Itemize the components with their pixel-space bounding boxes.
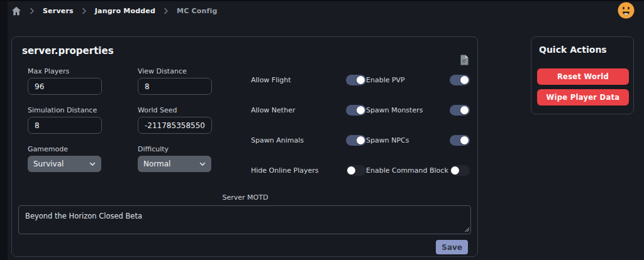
motd-field-wrap: Beyond the Horizon Closed Beta <box>18 205 471 234</box>
file-text-icon[interactable] <box>460 55 469 68</box>
world-seed-input[interactable] <box>138 117 212 134</box>
field-view-distance: View Distance <box>138 67 212 95</box>
quick-actions-title: Quick Actions <box>539 45 607 55</box>
window-edge <box>0 0 8 260</box>
spawn-monsters-toggle[interactable] <box>450 105 470 116</box>
simulation-distance-input[interactable] <box>28 117 102 134</box>
chevron-right-icon <box>82 8 87 14</box>
toggle-allow-nether: Allow Nether <box>251 103 366 117</box>
field-label: Difficulty <box>138 145 212 153</box>
hide-online-players-toggle[interactable] <box>346 165 366 176</box>
chevron-down-icon <box>199 162 206 166</box>
gamemode-select[interactable]: Survival <box>28 156 101 172</box>
field-label: Gamemode <box>28 145 102 153</box>
breadcrumb-server-name[interactable]: Jangro Modded <box>95 7 155 15</box>
field-world-seed: World Seed <box>138 106 212 134</box>
field-simulation-distance: Simulation Distance <box>28 106 102 134</box>
quick-actions-panel: Quick Actions Reset World Wipe Player Da… <box>531 36 634 114</box>
toggle-enable-pvp: Enable PVP <box>366 73 470 87</box>
breadcrumb-mc-config: MC Config <box>177 7 218 15</box>
select-value: Survival <box>33 160 64 168</box>
breadcrumb-servers[interactable]: Servers <box>43 7 74 15</box>
chevron-right-icon <box>30 8 35 14</box>
toggle-hide-online-players: Hide Online Players <box>251 163 366 177</box>
enable-command-block-toggle[interactable] <box>450 165 470 176</box>
quick-actions-buttons: Reset World Wipe Player Data <box>537 68 629 106</box>
chevron-down-icon <box>89 162 96 166</box>
field-gamemode: Gamemode Survival <box>28 145 102 172</box>
allow-nether-toggle[interactable] <box>346 105 366 116</box>
toggle-spawn-animals: Spawn Animals <box>251 133 366 147</box>
field-label: Simulation Distance <box>28 106 102 114</box>
field-difficulty: Difficulty Normal <box>138 145 212 172</box>
home-icon[interactable] <box>11 6 21 16</box>
toggle-spawn-npcs: Spawn NPCs <box>366 133 470 147</box>
server-motd-textarea[interactable]: Beyond the Horizon Closed Beta <box>18 205 471 234</box>
field-label: World Seed <box>138 106 212 114</box>
toggle-spawn-monsters: Spawn Monsters <box>366 103 470 117</box>
fields-grid: Max Players View Distance Simulation Dis… <box>28 67 212 172</box>
motd-label: Server MOTD <box>12 193 479 202</box>
server-properties-panel: server.properties Max Players View Dista… <box>11 36 478 257</box>
save-button[interactable]: Save <box>436 240 468 254</box>
field-max-players: Max Players <box>28 67 102 95</box>
field-label: Max Players <box>28 67 102 75</box>
enable-pvp-toggle[interactable] <box>450 75 470 85</box>
toggles-grid: Allow Flight Enable PVP Allow Nether Spa… <box>251 73 470 177</box>
spawn-animals-toggle[interactable] <box>346 135 366 146</box>
difficulty-select[interactable]: Normal <box>138 156 211 172</box>
reset-world-button[interactable]: Reset World <box>537 68 629 85</box>
toggle-enable-command-block: Enable Command Block <box>366 163 470 177</box>
field-label: View Distance <box>138 67 212 75</box>
max-players-input[interactable] <box>28 78 102 95</box>
toggle-allow-flight: Allow Flight <box>251 73 366 87</box>
user-avatar-smiley-icon[interactable] <box>618 2 635 19</box>
view-distance-input[interactable] <box>138 78 212 95</box>
wipe-player-data-button[interactable]: Wipe Player Data <box>537 89 629 106</box>
chevron-right-icon <box>164 8 169 14</box>
breadcrumb: Servers Jangro Modded MC Config <box>11 1 644 20</box>
panel-title: server.properties <box>22 45 114 57</box>
select-value: Normal <box>143 160 170 168</box>
spawn-npcs-toggle[interactable] <box>450 135 470 146</box>
allow-flight-toggle[interactable] <box>346 75 366 85</box>
